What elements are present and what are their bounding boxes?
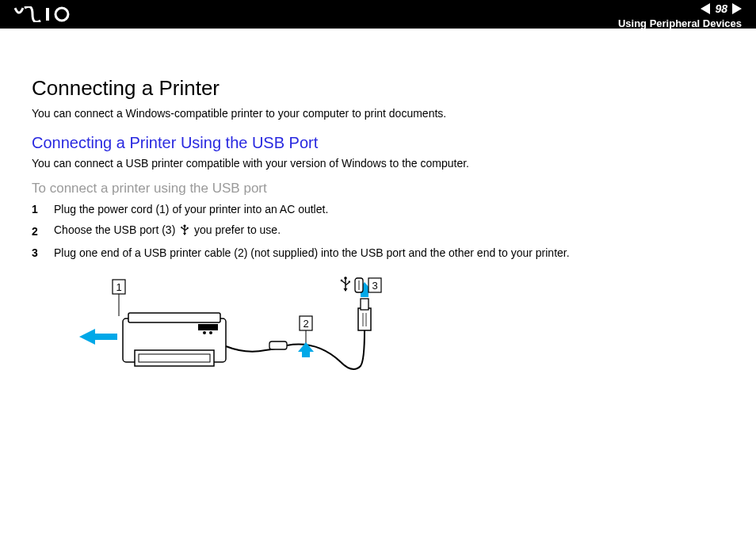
- connection-diagram: 1 2: [79, 275, 724, 405]
- svg-rect-20: [358, 308, 371, 330]
- step-list: Plug the power cord (1) of your printer …: [32, 203, 724, 259]
- svg-point-4: [181, 227, 182, 228]
- svg-point-1: [55, 8, 68, 21]
- prev-page-button[interactable]: [701, 3, 710, 14]
- next-page-button[interactable]: [732, 3, 742, 14]
- svg-rect-28: [349, 281, 350, 283]
- step-2-text: Choose the USB port (3) you prefer to us…: [54, 223, 281, 238]
- page-number: 98: [715, 2, 727, 15]
- step-3-text: Plug one end of a USB printer cable (2) …: [54, 246, 570, 259]
- usb-icon: [180, 223, 189, 238]
- subsection-intro: You can connect a USB printer compatible…: [32, 157, 724, 170]
- printer-illustration: [123, 313, 226, 366]
- callout-3: 3: [372, 280, 377, 292]
- page-title: Connecting a Printer: [32, 76, 724, 101]
- step-2: Choose the USB port (3) you prefer to us…: [32, 223, 724, 238]
- svg-rect-16: [269, 341, 287, 349]
- step-1: Plug the power cord (1) of your printer …: [32, 203, 724, 216]
- page-content: Connecting a Printer You can connect a W…: [0, 29, 756, 405]
- usb-symbol-icon: [341, 277, 350, 292]
- page-nav: 98: [701, 2, 742, 15]
- svg-rect-5: [187, 227, 189, 229]
- svg-rect-0: [46, 8, 49, 21]
- svg-rect-10: [128, 313, 220, 322]
- step-3: Plug one end of a USB printer cable (2) …: [32, 246, 724, 259]
- step-2-text-b: you prefer to use.: [194, 223, 281, 236]
- svg-point-14: [203, 331, 206, 334]
- step-2-text-a: Choose the USB port (3): [54, 223, 175, 236]
- section-title: Using Peripheral Devices: [618, 17, 742, 29]
- callout-2: 2: [303, 318, 308, 330]
- svg-rect-12: [139, 354, 210, 362]
- procedure-title: To connect a printer using the USB port: [32, 181, 724, 196]
- callout-1: 1: [116, 281, 121, 293]
- svg-point-15: [209, 331, 212, 334]
- vaio-logo: [14, 6, 94, 22]
- svg-rect-21: [361, 299, 368, 310]
- header-bar: 98 Using Peripheral Devices: [0, 0, 756, 29]
- intro-text: You can connect a Windows-compatible pri…: [32, 107, 724, 120]
- svg-rect-13: [198, 324, 218, 330]
- step-1-text: Plug the power cord (1) of your printer …: [54, 203, 328, 216]
- svg-marker-8: [79, 329, 117, 345]
- subsection-title: Connecting a Printer Using the USB Port: [32, 134, 724, 152]
- svg-point-27: [341, 280, 343, 282]
- usb-plug-illustration: [358, 299, 371, 330]
